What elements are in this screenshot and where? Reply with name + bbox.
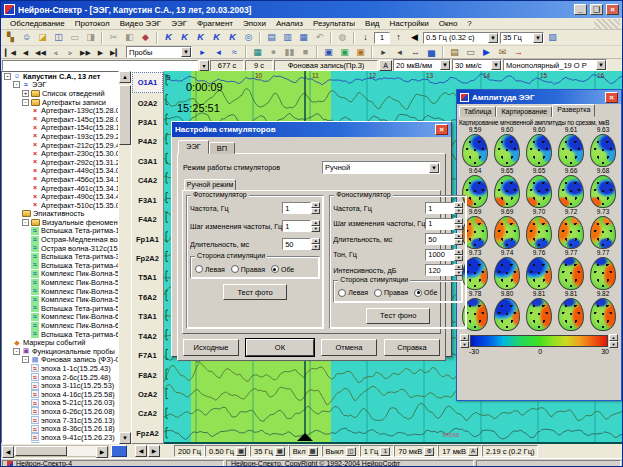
ok-button[interactable]: ОК <box>246 339 314 356</box>
highcut-filter-button[interactable]: ▦ <box>275 447 285 456</box>
fit-width-icon[interactable]: ↔ <box>408 46 423 59</box>
tree-item[interactable]: ×Артефакт-193с(15.29.28) <box>2 132 118 141</box>
map-window-close-icon[interactable]: × <box>605 92 618 103</box>
channel-label-C4A2[interactable]: C4A2 <box>132 171 163 190</box>
channel-label-F7A1[interactable]: F7A1 <box>132 346 163 365</box>
tree-item[interactable]: ×Артефакт-490с(15.34.46) <box>2 192 118 201</box>
tree-item[interactable]: ≈Комплекс Пик-Волна-564с <box>2 278 118 287</box>
play-back-icon[interactable]: ◂ <box>211 46 226 59</box>
spin-down-icon[interactable]: ▼ <box>311 208 320 214</box>
nav-next-step-icon[interactable]: ▹ <box>63 46 78 59</box>
play-blue-icon[interactable]: ▶ <box>479 46 494 59</box>
scroll-left-arrow[interactable]: ◀ <box>2 446 14 458</box>
montage-combo[interactable]: Монополярный_19 О Р ▼ <box>503 59 607 71</box>
exit-icon[interactable]: → <box>511 46 526 59</box>
highcut-filter-combo[interactable]: 35 Гц ▼ <box>500 32 544 44</box>
channel-label-CzA2[interactable]: CzA2 <box>132 404 163 423</box>
spin-down-icon[interactable]: ▼ <box>311 244 320 250</box>
step-right-icon[interactable]: ▸ <box>376 46 391 59</box>
spin-down-icon[interactable]: ▼ <box>454 208 463 214</box>
channel-label-T4A2[interactable]: T4A2 <box>132 326 163 345</box>
spinner-arrows[interactable]: ▲▼ <box>311 238 320 250</box>
nav-next-fast-icon[interactable]: ▶▶ <box>78 46 93 59</box>
channel-label-C3A1[interactable]: C3A1 <box>132 152 163 171</box>
dialog-tab-ВП[interactable]: ВП <box>209 142 235 154</box>
photo-field-3-spinner[interactable]: 50▲▼ <box>282 238 320 250</box>
channel-label-T5A1[interactable]: T5A1 <box>132 268 163 287</box>
radio-icon[interactable] <box>271 265 279 273</box>
nav-first-icon[interactable]: ▎◀ <box>3 46 18 59</box>
photo-radio-Обе[interactable]: Обе <box>271 265 294 273</box>
spinner-arrows[interactable]: ▲▼ <box>311 220 320 232</box>
minimize-button[interactable]: _ <box>574 4 587 15</box>
tree-item[interactable]: ≈Комплекс Пик-Волна-604с <box>2 313 118 322</box>
scrollbar-thumb[interactable] <box>15 446 67 456</box>
patient-card-icon[interactable]: ☺ <box>19 31 34 44</box>
phono-radio-Обе[interactable]: Обе <box>414 289 437 297</box>
spin-down-icon[interactable]: ▼ <box>454 224 463 230</box>
layout-columns-icon[interactable]: ▥ <box>280 31 295 44</box>
tree-item[interactable]: ≈Острая волна-312с(15.31: <box>2 244 118 253</box>
tree-item[interactable]: ≈эпоха 5-21с(15.26.03) <box>2 399 118 408</box>
spinner-arrows[interactable]: ▲▼ <box>454 264 463 276</box>
photo-field-2-spinner[interactable]: 1▲▼ <box>282 220 320 232</box>
menu-item-7[interactable]: Анализ <box>271 19 308 28</box>
spin-down-icon[interactable]: ▼ <box>311 226 320 232</box>
trigger-stim-icon[interactable]: K <box>209 31 224 44</box>
scroll-down-icon[interactable]: ↓ <box>358 31 373 44</box>
tree-item[interactable]: ×Артефакт-456с(15.34.12) <box>2 175 118 184</box>
menu-item-1[interactable]: Обследование <box>5 19 70 28</box>
labels-scroll-right[interactable]: ▶ <box>148 445 160 457</box>
chevron-down-icon[interactable]: ▼ <box>181 47 191 57</box>
nav-last-icon[interactable]: ▶▎ <box>108 46 123 59</box>
channel-label-Fp1A1[interactable]: Fp1A1 <box>132 229 163 248</box>
tree-item[interactable]: ≈эпоха 2-6с(15.25.48) <box>2 373 118 382</box>
tree-item[interactable]: ≈эпоха 3-11с(15.25.53) <box>2 381 118 390</box>
prev-fragment-icon[interactable]: ◀ <box>407 31 422 44</box>
nav-next-page-icon[interactable]: ▶ <box>93 46 108 59</box>
step-left-icon[interactable]: ◂ <box>392 46 407 59</box>
tree-item[interactable]: ≈Комплекс Пик-Волна-567с <box>2 295 118 304</box>
channel-label-T6A2[interactable]: T6A2 <box>132 288 163 307</box>
tree-scrollbar[interactable]: ▲ ▼ <box>119 71 131 444</box>
phono-radio-Левая[interactable]: Левая <box>338 289 368 297</box>
dialog-tab-ЭЭГ[interactable]: ЭЭГ <box>178 140 209 154</box>
tree-item[interactable]: ≈Вспышка Тета-ритма-570с <box>2 304 118 313</box>
window-map-icon[interactable]: ▣ <box>337 46 352 59</box>
map-tab-Картирование[interactable]: Картирование <box>496 106 552 117</box>
tree-expander-minus[interactable]: - <box>22 356 29 363</box>
tree-item[interactable]: ×Артефакт-461с(15.34.17) <box>2 184 118 193</box>
tree-item[interactable]: ×Артефакт-230с(15.30.05) <box>2 149 118 158</box>
cancel-button[interactable]: Отмена <box>321 339 377 356</box>
splitter-box[interactable] <box>111 445 127 457</box>
radio-icon[interactable] <box>338 289 346 297</box>
tree-expander-minus[interactable]: - <box>22 99 29 106</box>
map-tab-Таблица[interactable]: Таблица <box>459 106 496 117</box>
artifact-mark-icon[interactable]: ▨ <box>545 31 560 44</box>
layout-rows-icon[interactable]: ▤ <box>264 31 279 44</box>
radio-icon[interactable] <box>374 289 382 297</box>
tree-item[interactable]: +Список отведений <box>2 89 118 98</box>
monitor-icon[interactable]: ▦ <box>250 46 265 59</box>
spin-down-icon[interactable]: ▼ <box>454 270 463 276</box>
spinner-arrows[interactable]: ▲▼ <box>454 233 463 245</box>
delete-icon[interactable]: ◆ <box>138 31 153 44</box>
channel-label-F8A2[interactable]: F8A2 <box>132 365 163 384</box>
spinner-arrows[interactable]: ▲▼ <box>454 249 463 261</box>
comment-field[interactable] <box>2 60 198 71</box>
photo-radio-Левая[interactable]: Левая <box>195 265 225 273</box>
spin-down-icon[interactable]: ▼ <box>454 239 463 245</box>
probes-combo[interactable]: Пробы ▼ <box>126 46 192 58</box>
channel-label-P3A1[interactable]: P3A1 <box>132 113 163 132</box>
phono-field-3-spinner[interactable]: 50▲▼ <box>425 233 463 245</box>
channel-label-F4A2[interactable]: F4A2 <box>132 210 163 229</box>
nav-prev-fast-icon[interactable]: ◀◀ <box>33 46 48 59</box>
close-button[interactable]: × <box>606 4 619 15</box>
spinner-arrows[interactable]: ▲▼ <box>454 202 463 214</box>
channel-label-P4A2[interactable]: P4A2 <box>132 132 163 151</box>
audio-marker-button[interactable]: А <box>468 447 478 456</box>
spinner-arrows[interactable]: ▲▼ <box>311 202 320 214</box>
layout-grid-icon[interactable]: ▦ <box>296 31 311 44</box>
mode-combo[interactable]: Ручной ▼ <box>322 161 440 174</box>
tree-item[interactable]: -Артефакты записи <box>2 98 118 107</box>
